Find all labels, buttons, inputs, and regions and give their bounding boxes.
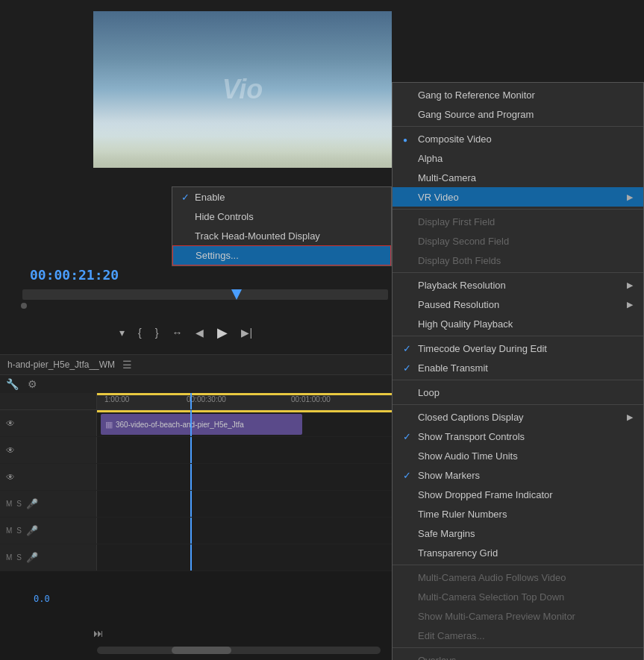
time-marker-2: 00:00:30:00 (187, 395, 226, 403)
ctx-playback-resolution[interactable]: Playback Resolution ▶ (393, 275, 643, 295)
audio3-s[interactable]: S (16, 553, 22, 562)
video-clip[interactable]: ▦ 360-video-of-beach-and-pier_H5e_Jtfa (101, 414, 302, 435)
show-markers-check: ✓ (403, 470, 418, 481)
separator-4 (393, 336, 643, 336)
go-to-in-button[interactable]: ▾ (119, 327, 125, 339)
ctx-closed-captions[interactable]: Closed Captions Display ▶ (393, 407, 643, 427)
separator-6 (393, 404, 643, 405)
video-track-label: 👁 (0, 410, 97, 436)
ctx-high-quality[interactable]: High Quality Playback (393, 314, 643, 333)
ctx-enable-transmit[interactable]: ✓ Enable Transmit (393, 358, 643, 377)
ctx-multi-camera[interactable]: Multi-Camera (393, 168, 643, 187)
high-quality-label: High Quality Playback (418, 318, 633, 330)
tool-magnet-icon[interactable]: 🔧 (6, 378, 19, 390)
vr-menu-enable[interactable]: ✓ Enable (172, 187, 391, 207)
ctx-gang-source-program[interactable]: Gang Source and Program (393, 104, 643, 124)
v3-track-content[interactable] (97, 464, 392, 490)
multi-camera-label: Multi-Camera (418, 172, 633, 183)
ctx-show-audio-time[interactable]: Show Audio Time Units (393, 446, 643, 465)
go-to-mark-button[interactable]: ↔ (172, 327, 182, 339)
ctx-transparency-grid[interactable]: Transparency Grid (393, 543, 643, 562)
mark-out-button[interactable]: } (155, 327, 159, 339)
audio-level: 0.0 (34, 594, 50, 604)
v2-track-content[interactable] (97, 437, 392, 463)
step-forward-button[interactable]: ▶| (241, 327, 252, 339)
ctx-edit-cameras[interactable]: Edit Cameras... (393, 626, 643, 645)
video-playhead (190, 410, 192, 436)
ctx-overlays[interactable]: Overlays (393, 650, 643, 660)
audio3-playhead (190, 544, 192, 571)
ctx-show-dropped[interactable]: Show Dropped Frame Indicator (393, 485, 643, 504)
audio2-m[interactable]: M (6, 527, 12, 535)
vr-menu-settings[interactable]: Settings... (172, 245, 391, 265)
audio1-s[interactable]: S (16, 500, 22, 508)
ctx-display-second[interactable]: Display Second Field (393, 231, 643, 251)
scroll-handle[interactable] (172, 647, 231, 654)
ctx-multicam-selection[interactable]: Multi-Camera Selection Top Down (393, 587, 643, 606)
v2-playhead (190, 437, 192, 463)
v3-track-label: 👁 (0, 464, 97, 490)
composite-video-label: Composite Video (418, 133, 633, 145)
transport-controls: ▾ { } ↔ ◀ ▶ ▶| (119, 324, 252, 341)
mark-in-button[interactable]: { (138, 327, 142, 339)
ctx-timecode-overlay[interactable]: ✓ Timecode Overlay During Edit (393, 339, 643, 358)
ctx-paused-resolution[interactable]: Paused Resolution ▶ (393, 295, 643, 314)
enable-transmit-label: Enable Transmit (418, 362, 633, 374)
audio3-mic-icon[interactable]: 🎤 (26, 552, 38, 563)
ctx-show-markers[interactable]: ✓ Show Markers (393, 465, 643, 485)
timecode-display: 00:00:21:20 (30, 267, 119, 283)
playhead[interactable] (190, 393, 192, 409)
ctx-loop[interactable]: Loop (393, 383, 643, 402)
scrubber-dot (21, 303, 27, 309)
audio1-mic-icon[interactable]: 🎤 (26, 498, 38, 509)
video-track-yellow (97, 410, 392, 412)
playback-resolution-arrow: ▶ (627, 280, 633, 290)
audio2-s[interactable]: S (16, 527, 22, 535)
timeline-toolbar: 🔧 ⚙ (0, 375, 392, 393)
ctx-display-first[interactable]: Display First Field (393, 212, 643, 231)
audio2-track-content[interactable] (97, 518, 392, 544)
timeline-scrollbar[interactable] (97, 647, 381, 654)
track-hmd-label: Track Head-Mounted Display (195, 230, 382, 242)
show-multicam-preview-label: Show Multi-Camera Preview Monitor (418, 611, 633, 622)
paused-resolution-label: Paused Resolution (418, 299, 627, 310)
tool-settings-icon[interactable]: ⚙ (28, 378, 37, 390)
audio1-track-row: M S 🎤 (0, 491, 392, 518)
go-to-end-icon[interactable]: ⏭ (93, 627, 104, 639)
loop-label: Loop (418, 387, 633, 398)
ctx-vr-video[interactable]: VR Video ▶ (393, 187, 643, 207)
audio1-track-content[interactable] (97, 491, 392, 517)
v2-eye-icon[interactable]: 👁 (6, 445, 15, 456)
vr-video-label: VR Video (418, 192, 627, 203)
v3-eye-icon[interactable]: 👁 (6, 472, 15, 483)
gang-source-program-label: Gang Source and Program (418, 109, 633, 120)
ctx-multicam-audio[interactable]: Multi-Camera Audio Follows Video (393, 568, 643, 587)
video-track-content[interactable]: ▦ 360-video-of-beach-and-pier_H5e_Jtfa (97, 410, 392, 436)
vr-menu-track-hmd[interactable]: Track Head-Mounted Display (172, 226, 391, 245)
ctx-show-multicam-preview[interactable]: Show Multi-Camera Preview Monitor (393, 606, 643, 626)
ctx-alpha[interactable]: Alpha (393, 148, 643, 168)
ctx-display-both[interactable]: Display Both Fields (393, 251, 643, 270)
play-button[interactable]: ▶ (217, 324, 228, 341)
audio3-track-content[interactable] (97, 544, 392, 571)
audio3-m[interactable]: M (6, 553, 12, 562)
scrubber-bar[interactable] (22, 289, 388, 300)
eye-icon[interactable]: 👁 (6, 418, 15, 429)
step-back-button[interactable]: ◀ (196, 327, 204, 339)
ctx-gang-reference[interactable]: Gang to Reference Monitor (393, 85, 643, 104)
audio2-playhead (190, 518, 192, 544)
audio1-m[interactable]: M (6, 500, 12, 508)
show-transport-check: ✓ (403, 431, 418, 442)
ctx-time-ruler[interactable]: Time Ruler Numbers (393, 504, 643, 524)
clip-label: 360-video-of-beach-and-pier_H5e_Jtfa (116, 421, 244, 429)
timeline-menu-icon[interactable]: ☰ (122, 359, 132, 371)
audio2-mic-icon[interactable]: 🎤 (26, 525, 38, 536)
time-ruler[interactable]: 1:00:00 00:00:30:00 00:01:00:00 (97, 393, 392, 409)
show-dropped-label: Show Dropped Frame Indicator (418, 489, 633, 500)
ctx-safe-margins[interactable]: Safe Margins (393, 524, 643, 543)
vr-menu-hide-controls[interactable]: Hide Controls (172, 207, 391, 226)
ctx-show-transport[interactable]: ✓ Show Transport Controls (393, 427, 643, 446)
video-preview: Vio (93, 11, 392, 168)
video-track-row: 👁 ▦ 360-video-of-beach-and-pier_H5e_Jtfa (0, 410, 392, 437)
ctx-composite-video[interactable]: Composite Video (393, 129, 643, 148)
